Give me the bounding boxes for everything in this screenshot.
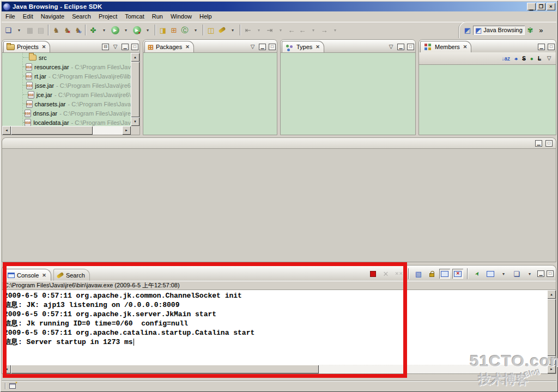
tree-item-charsets-jar[interactable]: 010charsets.jar- C:\Program Files\Java: [2, 99, 131, 108]
tab-members[interactable]: Members ✕: [420, 41, 471, 52]
minimize-window-button[interactable]: ▁: [527, 3, 536, 10]
search-button[interactable]: [216, 24, 227, 36]
view-menu-button[interactable]: ▽: [545, 55, 553, 62]
forward-button[interactable]: →: [319, 24, 330, 36]
run-external-dropdown[interactable]: ▾: [142, 24, 153, 36]
menu-project[interactable]: Project: [95, 12, 121, 21]
remove-all-launches-button[interactable]: ✕✕: [393, 269, 404, 279]
scroll-up-button[interactable]: ▲: [131, 53, 140, 62]
new-wizard-dropdown[interactable]: ▾: [14, 24, 25, 36]
close-icon[interactable]: ✕: [42, 273, 46, 278]
maximize-view-button[interactable]: □: [548, 44, 555, 50]
new-wizard-button[interactable]: ❏: [3, 24, 14, 36]
perspective-java-browsing-button[interactable]: ◩ Java Browsing: [473, 26, 525, 35]
menu-help[interactable]: Help: [196, 12, 216, 21]
scroll-left-button[interactable]: ◄: [2, 365, 11, 373]
console-horizontal-scrollbar[interactable]: ◄ ►: [2, 365, 556, 373]
open-console-dropdown[interactable]: ▾: [524, 269, 535, 279]
other-perspective-button[interactable]: ✾: [525, 24, 536, 36]
types-content[interactable]: [281, 52, 415, 135]
menu-tomcat[interactable]: Tomcat: [121, 12, 148, 21]
hide-non-public-members-button[interactable]: ●: [530, 56, 533, 62]
tree-item-jce-jar[interactable]: 010jce.jar- C:\Program Files\Java\jre6\: [2, 90, 131, 99]
print-button[interactable]: ▤: [35, 24, 46, 36]
remove-launch-button[interactable]: ✕: [380, 269, 391, 279]
back-button[interactable]: ←: [286, 24, 297, 36]
pin-console-button[interactable]: ➤: [472, 269, 483, 279]
next-edit-button[interactable]: ⇥: [264, 24, 275, 36]
scroll-lock-button[interactable]: [426, 269, 437, 279]
minimize-view-button[interactable]: ▁: [397, 44, 404, 50]
clear-console-button[interactable]: ▧: [413, 269, 424, 279]
tree-item-src[interactable]: src: [2, 53, 131, 62]
minimize-editor-button[interactable]: ▁: [535, 140, 542, 147]
projects-vertical-scrollbar[interactable]: ▲ ▼: [131, 53, 140, 126]
close-window-button[interactable]: ×: [547, 3, 555, 10]
scrollbar-thumb[interactable]: [131, 62, 140, 117]
restore-window-button[interactable]: ❐: [537, 3, 545, 10]
back-history-dropdown[interactable]: ▾: [308, 24, 319, 36]
maximize-view-button[interactable]: □: [269, 44, 276, 50]
scrollbar-track[interactable]: [11, 365, 547, 373]
tab-projects[interactable]: Projects ✕: [3, 41, 50, 52]
next-edit-dropdown[interactable]: ▾: [275, 24, 286, 36]
scroll-down-button[interactable]: ▼: [547, 356, 556, 365]
scroll-right-button[interactable]: ►: [122, 126, 131, 135]
scroll-right-button[interactable]: ►: [547, 365, 556, 373]
tab-packages[interactable]: ⊞ Packages ✕: [144, 41, 194, 52]
new-java-package-button[interactable]: ⊞: [168, 24, 179, 36]
minimize-view-button[interactable]: ▁: [122, 44, 129, 50]
previous-edit-button[interactable]: ⇤: [242, 24, 253, 36]
fast-view-button[interactable]: [9, 383, 16, 389]
packages-content[interactable]: [143, 52, 277, 135]
hide-local-types-button[interactable]: L: [538, 56, 541, 62]
tree-item-localedata-jar[interactable]: 010localedata.jar- C:\Program Files\Jav: [2, 118, 131, 126]
tree-item-jsse-jar[interactable]: 010jsse.jar- C:\Program Files\Java\jre6: [2, 81, 131, 90]
save-button[interactable]: ▦: [25, 24, 35, 36]
run-dropdown[interactable]: ▾: [120, 24, 131, 36]
scroll-left-button[interactable]: ◄: [2, 126, 11, 135]
scroll-down-button[interactable]: ▼: [131, 117, 140, 126]
maximize-editor-button[interactable]: □: [545, 140, 553, 147]
maximize-view-button[interactable]: □: [131, 44, 138, 50]
show-console-on-stderr-button[interactable]: [452, 269, 463, 279]
minimize-view-button[interactable]: ▁: [259, 44, 266, 50]
debug-button[interactable]: ✤: [88, 24, 99, 36]
maximize-view-button[interactable]: □: [407, 44, 414, 50]
view-menu-button[interactable]: ▽: [249, 44, 256, 50]
close-icon[interactable]: ✕: [42, 44, 46, 50]
debug-dropdown[interactable]: ▾: [99, 24, 110, 36]
tree-item-resources-jar[interactable]: 010resources.jar- C:\Program Files\Jav: [2, 62, 131, 71]
tomcat-start-button[interactable]: ♞: [51, 24, 62, 36]
scrollbar-thumb[interactable]: [11, 126, 93, 135]
console-output[interactable]: 2009-6-5 0:57:11 org.apache.jk.common.Ch…: [2, 290, 556, 365]
collapse-all-button[interactable]: ⊟: [102, 44, 109, 50]
display-selected-console-button[interactable]: [485, 269, 496, 279]
tab-search[interactable]: Search: [53, 269, 90, 281]
terminate-button[interactable]: [367, 269, 378, 279]
view-menu-button[interactable]: ▽: [112, 44, 119, 50]
tab-types[interactable]: Types ✕: [282, 41, 324, 52]
maximize-console-button[interactable]: □: [547, 270, 554, 277]
view-menu-button[interactable]: ▽: [387, 44, 395, 50]
hide-fields-button[interactable]: ●: [514, 56, 518, 62]
run-external-button[interactable]: ▶●: [131, 24, 142, 36]
editor-area[interactable]: ▁ □: [2, 137, 556, 262]
scrollbar-track[interactable]: [11, 126, 122, 135]
console-vertical-scrollbar[interactable]: ▲ ▼: [547, 290, 556, 365]
new-java-class-dropdown[interactable]: ▾: [190, 24, 201, 36]
open-perspective-button[interactable]: ◩: [462, 24, 473, 36]
tab-console[interactable]: Console ✕: [4, 269, 51, 281]
search-dropdown[interactable]: ▾: [227, 24, 238, 36]
new-java-class-button[interactable]: Ⓒ: [179, 24, 190, 36]
menu-edit[interactable]: Edit: [19, 12, 37, 21]
hide-static-members-button[interactable]: S: [522, 56, 526, 62]
menu-navigate[interactable]: Navigate: [37, 12, 68, 21]
close-icon[interactable]: ✕: [463, 44, 468, 50]
menu-search[interactable]: Search: [68, 12, 95, 21]
previous-edit-dropdown[interactable]: ▾: [253, 24, 264, 36]
close-icon[interactable]: ✕: [185, 44, 190, 50]
tree-item-rt-jar[interactable]: 010rt.jar- C:\Program Files\Java\jre6\li…: [2, 71, 131, 81]
members-content[interactable]: [419, 64, 556, 135]
display-console-dropdown[interactable]: ▾: [498, 269, 509, 279]
